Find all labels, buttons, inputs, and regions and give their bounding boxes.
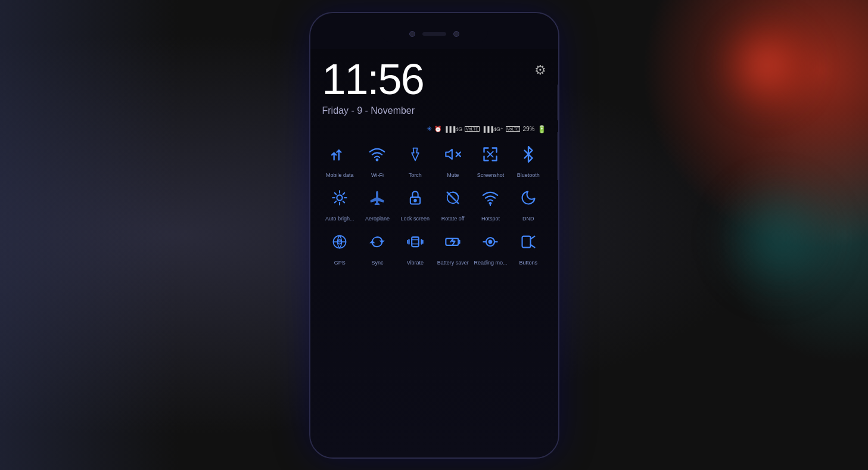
hotspot-icon bbox=[475, 183, 505, 213]
svg-point-0 bbox=[377, 158, 378, 160]
qs-mobile-data-label: Mobile data bbox=[326, 172, 354, 179]
qs-dnd-label: DND bbox=[522, 216, 534, 222]
qs-aeroplane[interactable]: Aeroplane bbox=[360, 183, 395, 222]
notch-bar bbox=[381, 25, 488, 43]
bluetooth-icon bbox=[514, 139, 543, 169]
svg-point-36 bbox=[489, 241, 492, 244]
rotate-icon bbox=[438, 183, 468, 213]
power-button[interactable] bbox=[557, 85, 559, 120]
sync-icon bbox=[362, 227, 392, 257]
battery-percent: 29% bbox=[522, 126, 534, 132]
qs-bluetooth-label: Bluetooth bbox=[517, 172, 540, 179]
qs-vibrate[interactable]: Vibrate bbox=[397, 227, 433, 266]
reading-icon bbox=[475, 227, 505, 257]
settings-button[interactable]: ⚙ bbox=[534, 63, 546, 78]
qs-torch[interactable]: Torch bbox=[397, 139, 433, 179]
bokeh-red bbox=[713, 12, 820, 119]
qs-screenshot-label: Screenshot bbox=[477, 172, 505, 179]
date-display: Friday - 9 - November bbox=[322, 105, 424, 116]
signal-4g-plus-icon: ▐▐▐4G⁺ bbox=[482, 126, 503, 132]
front-camera bbox=[409, 31, 415, 37]
mute-icon bbox=[438, 139, 468, 169]
screenshot-icon bbox=[475, 139, 505, 169]
lte-badge: VoLTE bbox=[465, 126, 480, 132]
svg-line-10 bbox=[335, 193, 337, 195]
qs-wifi-label: Wi-Fi bbox=[371, 172, 384, 179]
qs-lock-screen[interactable]: Lock screen bbox=[397, 183, 433, 222]
qs-gps[interactable]: GPS bbox=[322, 227, 357, 266]
qs-sync[interactable]: Sync bbox=[360, 227, 395, 266]
svg-rect-37 bbox=[522, 236, 530, 248]
phone-container: 11:56 Friday - 9 - November ⚙ ✳ ⏰ ▐▐▐4G … bbox=[267, 0, 601, 470]
qs-gps-label: GPS bbox=[334, 260, 346, 266]
vibrate-icon bbox=[400, 227, 430, 257]
svg-rect-23 bbox=[412, 237, 419, 247]
phone-body: 11:56 Friday - 9 - November ⚙ ✳ ⏰ ▐▐▐4G … bbox=[309, 12, 559, 459]
qs-bluetooth[interactable]: Bluetooth bbox=[511, 139, 546, 179]
bokeh-teal bbox=[719, 179, 838, 298]
qs-battery-saver-label: Battery saver bbox=[437, 260, 469, 266]
svg-line-11 bbox=[343, 201, 345, 203]
alarm-icon: ⏰ bbox=[434, 126, 441, 132]
signal-4g-icon: ▐▐▐4G bbox=[444, 126, 462, 132]
battery-saver-icon bbox=[438, 227, 468, 257]
svg-point-15 bbox=[414, 200, 416, 202]
qs-torch-label: Torch bbox=[409, 172, 422, 179]
clock-display: 11:56 bbox=[322, 58, 424, 101]
qs-lock-screen-label: Lock screen bbox=[401, 216, 430, 222]
qs-reading-mode[interactable]: Reading mo... bbox=[473, 227, 508, 266]
qs-mobile-data[interactable]: Mobile data bbox=[322, 139, 357, 179]
qs-aeroplane-label: Aeroplane bbox=[365, 216, 390, 222]
qs-rotate-off[interactable]: Rotate off bbox=[435, 183, 470, 222]
battery-icon: 🔋 bbox=[537, 125, 546, 133]
qs-reading-mode-label: Reading mo... bbox=[474, 260, 507, 266]
svg-line-13 bbox=[343, 193, 345, 195]
qs-buttons[interactable]: Buttons bbox=[511, 227, 546, 266]
screen-content: 11:56 Friday - 9 - November ⚙ ✳ ⏰ ▐▐▐4G … bbox=[310, 49, 558, 457]
dnd-icon bbox=[514, 183, 543, 213]
time-date-group: 11:56 Friday - 9 - November bbox=[322, 58, 424, 116]
qs-auto-brightness[interactable]: Auto brigh... bbox=[322, 183, 357, 222]
status-icons-row: ✳ ⏰ ▐▐▐4G VoLTE ▐▐▐4G⁺ VoLTE 29% 🔋 bbox=[322, 125, 546, 133]
speaker bbox=[422, 32, 446, 36]
qs-mute[interactable]: Mute bbox=[435, 139, 470, 179]
bluetooth-status-icon: ✳ bbox=[427, 125, 432, 133]
torch-icon bbox=[400, 139, 430, 169]
wifi-icon bbox=[362, 139, 392, 169]
brightness-icon bbox=[325, 183, 354, 213]
qs-mute-label: Mute bbox=[447, 172, 459, 179]
qs-sync-label: Sync bbox=[371, 260, 383, 266]
qs-vibrate-label: Vibrate bbox=[407, 260, 424, 266]
qs-hotspot[interactable]: Hotspot bbox=[473, 183, 508, 222]
qs-dnd[interactable]: DND bbox=[511, 183, 546, 222]
quick-settings-grid: Mobile data Wi-Fi bbox=[322, 139, 546, 266]
qs-auto-brightness-label: Auto brigh... bbox=[325, 216, 354, 222]
qs-screenshot[interactable]: Screenshot bbox=[473, 139, 508, 179]
gps-icon bbox=[325, 227, 354, 257]
time-section: 11:56 Friday - 9 - November ⚙ bbox=[322, 58, 546, 116]
front-sensor bbox=[453, 31, 459, 37]
qs-buttons-label: Buttons bbox=[519, 260, 538, 266]
svg-line-12 bbox=[335, 201, 337, 203]
mobile-data-icon bbox=[325, 139, 354, 169]
svg-point-5 bbox=[337, 195, 342, 201]
volume-button[interactable] bbox=[557, 132, 559, 180]
qs-hotspot-label: Hotspot bbox=[481, 216, 500, 222]
buttons-icon bbox=[514, 227, 543, 257]
bg-left bbox=[0, 0, 179, 470]
lte-badge2: VoLTE bbox=[506, 126, 521, 132]
bg-right bbox=[630, 0, 868, 470]
aeroplane-icon bbox=[362, 183, 392, 213]
lock-icon bbox=[400, 183, 430, 213]
qs-rotate-off-label: Rotate off bbox=[441, 216, 465, 222]
qs-battery-saver[interactable]: Battery saver bbox=[435, 227, 470, 266]
qs-wifi[interactable]: Wi-Fi bbox=[360, 139, 395, 179]
